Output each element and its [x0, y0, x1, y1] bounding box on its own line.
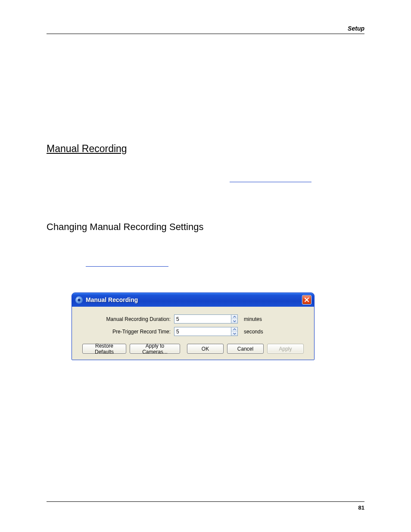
inline-hyperlink-1[interactable] [230, 182, 311, 182]
page-number: 81 [358, 504, 364, 511]
record-icon [75, 296, 83, 304]
chevron-down-icon [233, 333, 236, 335]
close-button[interactable] [302, 295, 311, 305]
dialog-titlebar[interactable]: Manual Recording [72, 293, 314, 307]
footer-divider [47, 501, 364, 502]
spin-up-duration[interactable] [231, 315, 237, 319]
svg-point-0 [78, 299, 81, 301]
spin-down-pretrigger[interactable] [231, 332, 237, 336]
dialog-body: Manual Recording Duration: minutes P [72, 307, 314, 360]
label-duration: Manual Recording Duration: [82, 316, 171, 322]
dialog-button-row: Restore Defaults Apply to Cameras... OK … [82, 344, 304, 354]
row-duration: Manual Recording Duration: minutes [82, 314, 304, 324]
spinner-buttons-duration [231, 314, 238, 324]
row-pretrigger: Pre-Trigger Record Time: seconds [82, 327, 304, 336]
unit-duration: minutes [244, 316, 262, 322]
input-duration[interactable] [174, 314, 231, 324]
ok-button[interactable]: OK [187, 344, 224, 354]
section-subtitle-changing-settings: Changing Manual Recording Settings [47, 221, 203, 233]
apply-button: Apply [267, 344, 304, 354]
spinner-duration [174, 314, 238, 324]
cancel-button[interactable]: Cancel [227, 344, 264, 354]
header-divider [47, 34, 364, 34]
dialog-title: Manual Recording [86, 296, 299, 303]
spinner-buttons-pretrigger [231, 327, 238, 336]
input-pretrigger[interactable] [174, 327, 231, 336]
section-title-manual-recording: Manual Recording [47, 143, 127, 155]
spin-up-pretrigger[interactable] [231, 327, 237, 332]
spinner-pretrigger [174, 327, 238, 336]
unit-pretrigger: seconds [244, 329, 263, 335]
manual-recording-dialog: Manual Recording Manual Recording Durati… [72, 292, 314, 360]
restore-defaults-button[interactable]: Restore Defaults [82, 344, 126, 354]
label-pretrigger: Pre-Trigger Record Time: [82, 329, 171, 335]
inline-hyperlink-2[interactable] [86, 266, 168, 267]
chevron-up-icon [233, 316, 236, 318]
apply-to-cameras-button[interactable]: Apply to Cameras... [130, 344, 180, 354]
page-header-section: Setup [348, 25, 364, 32]
spin-down-duration[interactable] [231, 319, 237, 323]
chevron-up-icon [233, 328, 236, 330]
close-icon [304, 297, 309, 302]
chevron-down-icon [233, 320, 236, 322]
